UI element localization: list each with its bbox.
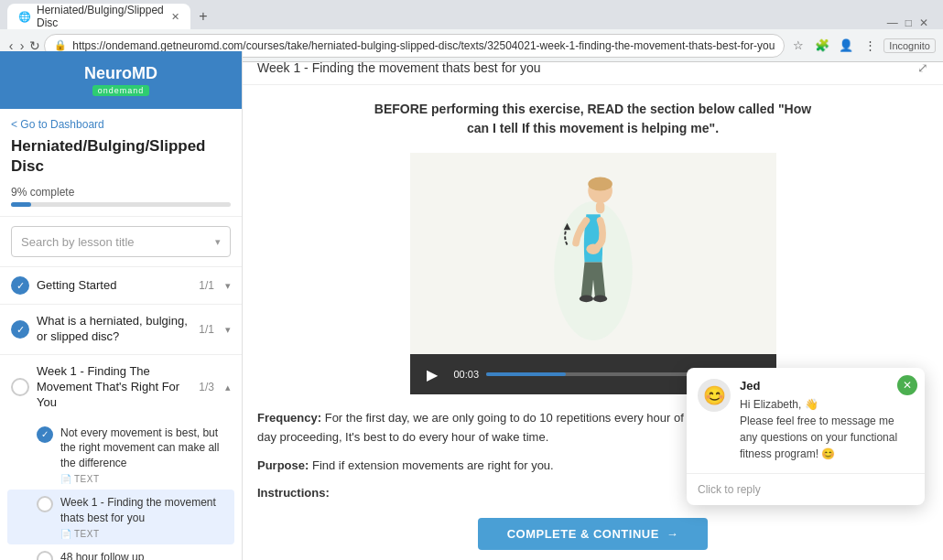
chat-close-button[interactable]: ✕ [897,375,917,395]
url-text: https://ondemand.getneuromd.com/courses/… [72,39,775,52]
lesson-search[interactable]: Search by lesson title ▾ [11,226,231,257]
logo-text: NeuroMD [84,64,157,83]
section-toggle-icon: ▴ [225,382,231,393]
lesson-item-type: 📄 TEXT [60,529,231,539]
play-button[interactable]: ▶ [417,360,447,389]
section-week1-finding: Week 1 - Finding The Movement That's Rig… [0,355,242,560]
content-body: BEFORE performing this exercise, READ th… [243,85,943,560]
complete-btn-label: COMPLETE & CONTINUE [507,527,659,541]
progress-label: 9% complete [11,186,231,199]
active-tab[interactable]: 🌐 Herniated/Bulging/Slipped Disc ✕ [7,4,190,29]
chat-widget: 😊 Jed Hi Elizabeth, 👋 Please feel free t… [687,368,925,505]
section-toggle-icon: ▾ [225,324,231,336]
content-header: Week 1 - Finding the movement thats best… [243,51,943,85]
purpose-label: Purpose: [257,458,309,472]
close-window-button[interactable]: ✕ [919,16,928,29]
complete-btn-arrow: → [667,527,679,541]
section-week1-header[interactable]: Week 1 - Finding The Movement That's Rig… [0,355,242,420]
chat-body: Jed Hi Elizabeth, 👋 Please feel free to … [740,379,914,462]
logo-badge: ondemand [92,85,150,96]
lesson-item-check-icon [37,551,53,560]
section-getting-started: ✓ Getting Started 1/1 ▾ [0,267,242,305]
back-to-dashboard-link[interactable]: < Go to Dashboard [11,118,231,131]
expand-icon[interactable]: ⤢ [917,60,928,75]
svg-rect-6 [595,201,604,213]
section-getting-started-header[interactable]: ✓ Getting Started 1/1 ▾ [0,267,242,304]
section-title: Week 1 - Finding The Movement That's Rig… [37,364,191,411]
lesson-item-check-icon: ✓ [37,426,53,443]
section-title: Getting Started [37,278,191,294]
sidebar-logo: NeuroMD ondemand [0,51,242,109]
chat-sender-name: Jed [740,379,914,393]
minimize-button[interactable]: — [887,16,898,29]
tab-close-button[interactable]: ✕ [171,11,179,23]
svg-point-4 [579,296,592,303]
lesson-item-title: Week 1 - Finding the movement thats best… [60,495,231,526]
lesson-item-content: Week 1 - Finding the movement thats best… [60,495,231,539]
section-check-icon: ✓ [11,276,29,295]
lesson-item-type: 📄 TEXT [60,474,231,484]
section-check-icon [11,378,29,396]
lessons-list: ✓ Getting Started 1/1 ▾ ✓ What is a hern… [0,267,242,560]
lesson-item[interactable]: ✓ Not every movement is best, but the ri… [11,420,231,490]
lesson-item-active[interactable]: Week 1 - Finding the movement thats best… [7,490,234,544]
maximize-button[interactable]: □ [905,16,912,29]
section-check-icon: ✓ [11,320,29,339]
person-figure [547,167,639,340]
app-body: NeuroMD ondemand < Go to Dashboard Herni… [0,51,943,560]
lesson-item-check-icon [37,496,53,512]
video-frame [410,153,776,354]
doc-icon: 📄 [60,474,71,484]
frequency-label: Frequency: [257,411,321,425]
svg-point-3 [586,244,600,254]
sidebar: NeuroMD ondemand < Go to Dashboard Herni… [0,51,243,560]
complete-continue-button[interactable]: COMPLETE & CONTINUE → [478,518,709,550]
svg-point-2 [588,177,612,190]
chat-message-area: 😊 Jed Hi Elizabeth, 👋 Please feel free t… [687,368,925,473]
tab-bar: 🌐 Herniated/Bulging/Slipped Disc ✕ + — □… [0,0,943,29]
progress-fill [11,202,31,207]
lesson-item-title: Not every movement is best, but the righ… [60,425,231,471]
lock-icon: 🔒 [54,39,67,51]
chat-message: Please feel free to message me any quest… [740,413,914,462]
lesson-item-title: 48 hour follow up [60,550,231,560]
section-count: 1/3 [199,381,214,393]
instructions-label: Instructions: [257,486,330,500]
type-label: TEXT [74,529,100,539]
main-content: Week 1 - Finding the movement thats best… [243,51,943,560]
doc-icon: 📄 [60,529,71,539]
lesson-items: ✓ Not every movement is best, but the ri… [0,420,242,560]
lesson-item[interactable]: 48 hour follow up 🎬 MULTIMEDIA [11,544,231,560]
video-progress-played [486,372,566,376]
chat-greeting: Hi Elizabeth, 👋 [740,396,914,413]
exercise-heading: BEFORE performing this exercise, READ th… [364,100,822,138]
lesson-item-content: Not every movement is best, but the righ… [60,425,231,484]
video-time: 00:03 [454,369,480,380]
type-label: TEXT [74,474,100,484]
exercise-heading-text: BEFORE performing this exercise, READ th… [374,102,811,135]
search-placeholder: Search by lesson title [21,235,210,249]
chat-avatar: 😊 [698,379,731,412]
section-what-is-herniated: ✓ What is a herniated, bulging, or slipp… [0,305,242,355]
tab-title: Herniated/Bulging/Slipped Disc [37,4,166,29]
video-area: ▶ 00:03 ⚙ [257,153,928,394]
progress-section: 9% complete [11,186,231,207]
course-title: Herniated/Bulging/Slipped Disc [11,136,231,177]
chat-reply-button[interactable]: Click to reply [687,473,925,505]
purpose-text: Find if extension movements are right fo… [312,458,554,472]
section-toggle-icon: ▾ [225,280,231,292]
sidebar-nav: < Go to Dashboard Herniated/Bulging/Slip… [0,109,242,217]
search-dropdown-icon: ▾ [215,236,221,248]
complete-btn-wrap: COMPLETE & CONTINUE → [257,518,928,550]
progress-bar [11,202,231,207]
new-tab-button[interactable]: + [190,4,216,29]
section-herniated-header[interactable]: ✓ What is a herniated, bulging, or slipp… [0,305,242,354]
lesson-item-content: 48 hour follow up 🎬 MULTIMEDIA [60,550,231,560]
content-header-title: Week 1 - Finding the movement thats best… [257,60,540,75]
svg-point-5 [593,296,607,303]
section-count: 1/1 [199,279,214,292]
browser-chrome: 🌐 Herniated/Bulging/Slipped Disc ✕ + — □… [0,0,943,51]
section-count: 1/1 [199,323,214,336]
search-wrap: Search by lesson title ▾ [0,217,242,267]
section-title: What is a herniated, bulging, or slipped… [37,314,191,345]
